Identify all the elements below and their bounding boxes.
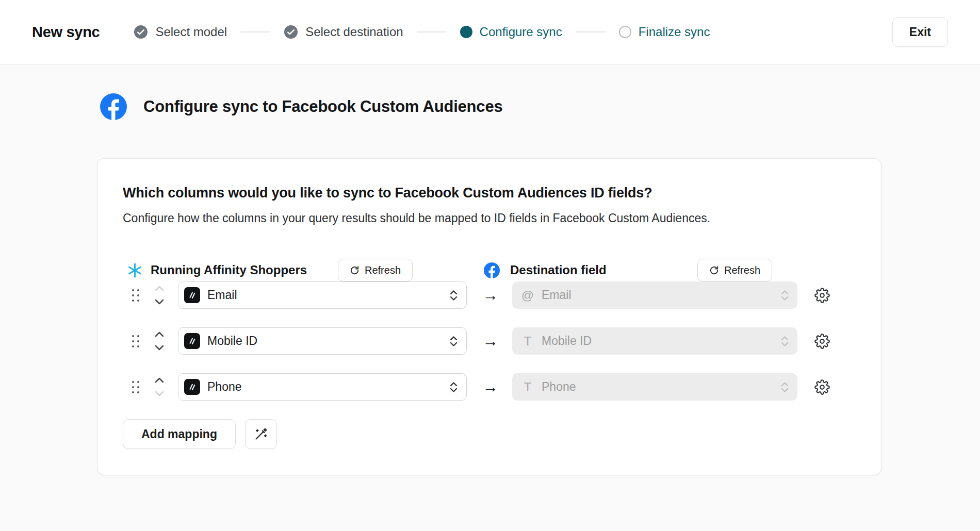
step-label: Select destination <box>305 25 403 39</box>
text-type-icon: T <box>520 334 535 349</box>
refresh-label: Refresh <box>724 264 760 276</box>
destination-field-value: Phone <box>542 380 774 394</box>
mapping-row: Email → @ Email <box>123 281 856 309</box>
step-connector <box>240 31 270 32</box>
move-up-button[interactable] <box>155 331 164 337</box>
snowflake-icon <box>127 262 143 278</box>
page-title: New sync <box>32 24 100 41</box>
destination-refresh-button[interactable]: Refresh <box>697 259 772 281</box>
step-connector <box>576 31 606 32</box>
move-down-button[interactable] <box>155 299 164 305</box>
destination-field-title: Destination field <box>510 263 607 277</box>
upcoming-step-circle-icon <box>619 26 631 38</box>
gear-icon <box>814 334 830 349</box>
destination-field-select-disabled: T Phone <box>512 373 797 401</box>
mapping-settings-button[interactable] <box>814 378 832 396</box>
step-label: Select model <box>155 25 227 39</box>
drag-handle-icon[interactable] <box>132 380 140 394</box>
destination-field-header: Destination field <box>484 259 607 281</box>
move-up-button[interactable] <box>155 377 164 383</box>
facebook-icon <box>100 93 127 120</box>
configure-sync-heading: Configure sync to Facebook Custom Audien… <box>143 97 502 116</box>
step-configure-sync[interactable]: Configure sync <box>460 25 562 39</box>
gear-icon <box>814 288 830 303</box>
mapping-settings-button[interactable] <box>814 333 832 350</box>
step-connector <box>417 31 447 32</box>
facebook-icon <box>484 262 500 278</box>
selected-column: Mobile ID <box>207 334 442 348</box>
top-bar: New sync Select model Select destination… <box>0 0 980 64</box>
check-circle-icon <box>134 25 148 39</box>
step-label: Finalize sync <box>639 25 710 39</box>
reorder-controls <box>154 331 165 351</box>
reorder-controls <box>154 377 165 396</box>
mapping-columns-header: Running Affinity Shoppers Refresh Destin… <box>123 259 856 281</box>
mapping-question: Which columns would you like to sync to … <box>123 184 856 202</box>
step-label: Configure sync <box>480 25 562 39</box>
at-icon: @ <box>520 288 535 303</box>
mapping-description: Configure how the columns in your query … <box>123 210 856 226</box>
drag-handle-icon[interactable] <box>132 334 140 348</box>
move-down-button[interactable] <box>155 391 164 396</box>
refresh-label: Refresh <box>365 264 401 276</box>
maps-to-arrow-icon: → <box>482 327 499 355</box>
configure-heading-block: Configure sync to Facebook Custom Audien… <box>100 93 980 120</box>
selected-column: Email <box>207 288 442 302</box>
mapping-footer: Add mapping <box>123 419 856 449</box>
refresh-icon <box>709 266 719 275</box>
reorder-controls <box>154 286 165 305</box>
check-circle-icon <box>284 25 298 39</box>
refresh-icon <box>350 266 360 275</box>
step-select-model[interactable]: Select model <box>134 25 227 39</box>
gear-icon <box>814 379 830 395</box>
sync-stepper: Select model Select destination Configur… <box>134 25 710 39</box>
source-column-select[interactable]: Email <box>178 281 467 309</box>
column-type-icon <box>184 379 200 395</box>
step-finalize-sync[interactable]: Finalize sync <box>619 25 710 39</box>
source-column-select[interactable]: Mobile ID <box>178 327 467 355</box>
selected-column: Phone <box>207 380 442 394</box>
column-type-icon <box>184 287 200 303</box>
destination-field-select-disabled: @ Email <box>512 281 797 309</box>
auto-map-button[interactable] <box>245 419 277 449</box>
chevron-updown-icon <box>449 381 458 393</box>
mapping-settings-button[interactable] <box>814 287 832 304</box>
column-type-icon <box>184 333 200 349</box>
maps-to-arrow-icon: → <box>482 373 499 401</box>
destination-field-value: Mobile ID <box>542 334 774 348</box>
move-down-button[interactable] <box>155 345 164 351</box>
drag-handle-icon[interactable] <box>132 288 140 302</box>
mapping-row: Mobile ID → T Mobile ID <box>123 327 856 355</box>
add-mapping-button[interactable]: Add mapping <box>123 419 236 449</box>
step-select-destination[interactable]: Select destination <box>284 25 403 39</box>
exit-button[interactable]: Exit <box>892 17 948 47</box>
chevron-updown-icon <box>449 335 458 347</box>
text-type-icon: T <box>520 380 535 394</box>
destination-field-value: Email <box>542 288 774 302</box>
chevron-updown-icon <box>780 381 789 393</box>
active-step-dot-icon <box>460 26 472 38</box>
source-model-title: Running Affinity Shoppers <box>151 263 307 277</box>
move-up-button[interactable] <box>155 286 164 291</box>
mapping-row: Phone → T Phone <box>123 373 856 401</box>
chevron-updown-icon <box>780 335 789 347</box>
maps-to-arrow-icon: → <box>482 281 499 309</box>
chevron-updown-icon <box>780 289 789 302</box>
source-column-select[interactable]: Phone <box>178 373 467 401</box>
column-mapping-card: Which columns would you like to sync to … <box>97 158 881 475</box>
chevron-updown-icon <box>449 289 458 302</box>
magic-wand-icon <box>254 427 268 441</box>
source-refresh-button[interactable]: Refresh <box>338 259 413 281</box>
source-model-header: Running Affinity Shoppers <box>127 259 307 281</box>
destination-field-select-disabled: T Mobile ID <box>512 327 797 355</box>
